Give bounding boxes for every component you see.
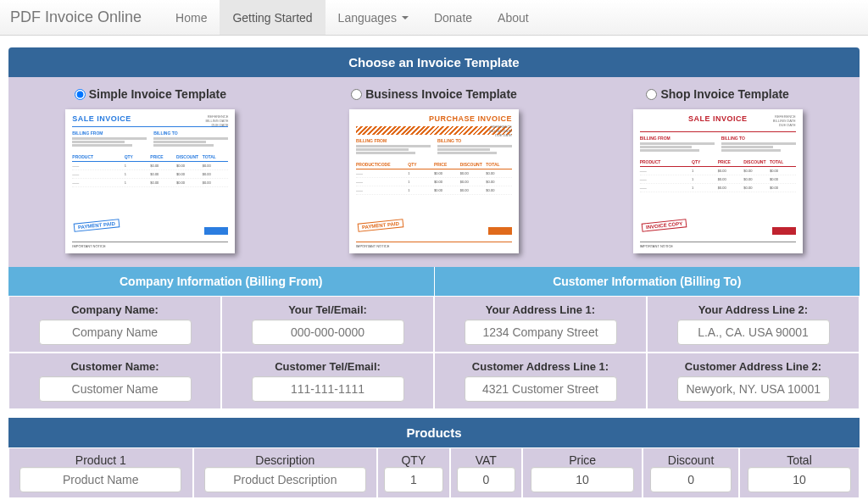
customer-name-label: Customer Name: [14,360,215,373]
company-addr1-label: Your Address Line 1: [440,303,641,316]
company-row: Company Name: Your Tel/Email: Your Addre… [8,296,860,353]
product-qty-input[interactable] [384,467,442,492]
product-name-input[interactable] [19,467,181,492]
customer-tel-input[interactable] [252,376,404,402]
col-discount: Discount [647,453,735,467]
col-price: Price [526,453,638,467]
info-headers: Company Information (Billing From) Custo… [8,267,860,296]
nav-about[interactable]: About [485,0,542,35]
customer-row: Customer Name: Customer Tel/Email: Custo… [8,353,860,409]
choose-template-header: Choose an Invoice Template [8,47,860,77]
company-name-input[interactable] [39,319,192,345]
product-row: Product 1 Description QTY VAT Price Disc… [8,447,860,498]
navbar: PDF Invoice Online Home Getting Started … [0,0,868,36]
col-total: Total [743,453,855,467]
company-info-header: Company Information (Billing From) [8,267,434,296]
thumb-title: PURCHASE INVOICE [356,114,512,123]
company-tel-input[interactable] [252,319,404,345]
nav-getting-started[interactable]: Getting Started [220,0,325,35]
product-price-input[interactable] [531,467,634,492]
company-tel-label: Your Tel/Email: [227,303,428,316]
product-total-input[interactable] [748,467,851,492]
product-discount-input[interactable] [650,467,731,492]
nav-languages-label: Languages [338,11,397,25]
products-header: Products [8,418,860,447]
customer-info-header: Customer Information (Billing To) [434,267,860,296]
chevron-down-icon [402,16,409,19]
col-desc: Description [198,453,374,467]
template-simple-option[interactable]: Simple Invoice Template [75,87,226,101]
product-desc-input[interactable] [204,467,366,492]
nav-donate[interactable]: Donate [421,0,485,35]
template-simple-thumb[interactable]: SALE INVOICE REFERENCEBILLING DATEDUE DA… [65,109,235,253]
template-business-radio[interactable] [351,89,362,100]
company-addr2-label: Your Address Line 2: [653,303,854,316]
template-business-thumb[interactable]: PURCHASE INVOICE REFERENCEBILLING DATEDU… [349,109,519,253]
template-shop-option[interactable]: Shop Invoice Template [646,87,788,101]
template-simple-label: Simple Invoice Template [89,87,226,101]
nav-languages[interactable]: Languages [326,0,421,35]
template-business-option[interactable]: Business Invoice Template [351,87,517,101]
customer-addr1-label: Customer Address Line 1: [440,360,641,373]
company-addr2-input[interactable] [677,319,830,345]
company-addr1-input[interactable] [465,319,617,345]
col-product: Product 1 [13,453,189,467]
company-name-label: Company Name: [14,303,215,316]
template-shop-radio[interactable] [646,89,657,100]
customer-tel-label: Customer Tel/Email: [227,360,428,373]
customer-addr1-input[interactable] [465,376,617,402]
template-simple-radio[interactable] [75,89,86,100]
product-vat-input[interactable] [457,467,515,492]
col-qty: QTY [381,453,445,467]
template-shop-label: Shop Invoice Template [660,87,788,101]
customer-addr2-label: Customer Address Line 2: [653,360,854,373]
template-business-label: Business Invoice Template [365,87,517,101]
col-vat: VAT [454,453,518,467]
nav-home[interactable]: Home [163,0,220,35]
customer-addr2-input[interactable] [677,376,830,402]
customer-name-input[interactable] [39,376,192,402]
template-shop-thumb[interactable]: SALE INVOICE REFERENCEBILLING DATEDUE DA… [633,109,803,253]
brand[interactable]: PDF Invoice Online [10,0,154,35]
template-gallery: Simple Invoice Template SALE INVOICE REF… [8,77,860,267]
